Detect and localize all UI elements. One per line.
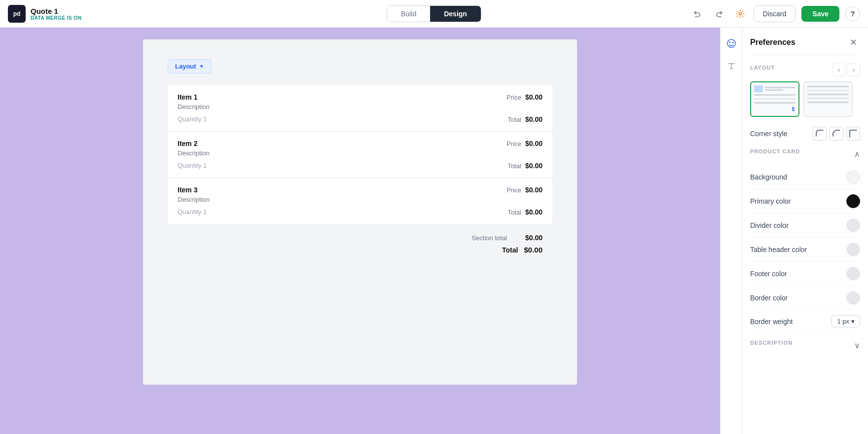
table-header-color-label: Table header color xyxy=(750,246,807,253)
chevron-down-icon: ▾ xyxy=(851,318,855,325)
doc-title: Quote 1 xyxy=(31,7,81,15)
close-panel-button[interactable]: ✕ xyxy=(846,36,860,49)
table-header-color-row: Table header color xyxy=(750,238,860,262)
border-weight-label: Border weight xyxy=(750,318,793,326)
product-card-section-header: PRODUCT CARD ∧ xyxy=(750,148,860,159)
doc-page: Layout ▼ Item 1 Price $0.00 Description xyxy=(143,39,577,385)
design-tab[interactable]: Design xyxy=(430,6,481,22)
footer-color-swatch[interactable] xyxy=(846,267,860,281)
palette-panel-icon[interactable] xyxy=(723,35,740,52)
canvas-area: Layout ▼ Item 1 Price $0.00 Description xyxy=(0,28,720,434)
view-tabs: Build Design xyxy=(387,5,481,22)
layout-nav: LAYOUT ‹ › xyxy=(750,64,860,76)
layout-thumb-1[interactable]: $ xyxy=(750,81,799,117)
price-label: Price xyxy=(506,186,521,194)
svg-point-0 xyxy=(739,12,741,15)
footer-color-label: Footer color xyxy=(750,270,787,278)
corner-style-label: Corner style xyxy=(750,130,787,138)
save-button[interactable]: Save xyxy=(801,6,839,22)
corner-style-options xyxy=(813,127,860,141)
help-button[interactable]: ? xyxy=(845,6,860,21)
settings-button[interactable] xyxy=(733,6,748,21)
logo-text: pd xyxy=(13,10,21,17)
svg-point-3 xyxy=(732,42,733,43)
table-row: Item 3 Price $0.00 Description Quantity … xyxy=(168,178,552,224)
gear-icon xyxy=(735,9,745,19)
footer-color-row: Footer color xyxy=(750,262,860,286)
border-color-row: Border color xyxy=(750,286,860,310)
corner-slight-button[interactable] xyxy=(830,127,843,141)
panel-content: Preferences ✕ LAYOUT ‹ › xyxy=(742,28,868,434)
redo-icon xyxy=(715,10,723,18)
thumb-lines xyxy=(765,87,796,91)
doc-info: Quote 1 DATA MERGE IS ON xyxy=(31,7,81,21)
topbar: pd Quote 1 DATA MERGE IS ON Build Design… xyxy=(0,0,868,28)
redo-button[interactable] xyxy=(711,6,727,22)
total-value: $0.00 xyxy=(525,115,542,123)
undo-button[interactable] xyxy=(689,6,705,22)
panel-header: Preferences ✕ xyxy=(750,36,860,56)
corner-rounded-button[interactable] xyxy=(813,127,827,141)
divider-color-row: Divider color xyxy=(750,214,860,238)
corner-round-icon xyxy=(815,129,824,138)
app-logo: pd xyxy=(8,5,26,23)
total-label: Total xyxy=(507,209,521,216)
item-description: Description xyxy=(178,149,542,157)
panel-icon-rail xyxy=(721,28,742,434)
thumb-image xyxy=(754,85,763,92)
table-row: Item 1 Price $0.00 Description Quantity … xyxy=(168,85,552,132)
total-value: $0.00 xyxy=(525,208,542,216)
background-color-swatch[interactable] xyxy=(846,170,860,184)
description-section-header: DESCRIPTION ∨ xyxy=(750,340,860,351)
description-toggle-button[interactable]: ∨ xyxy=(854,341,860,350)
layout-label: Layout xyxy=(175,63,196,70)
section-total-value: $0.00 xyxy=(513,234,542,242)
palette-icon xyxy=(726,38,736,48)
price-value: $0.00 xyxy=(525,140,542,147)
border-weight-row: Border weight 1 px ▾ xyxy=(750,310,860,332)
build-tab[interactable]: Build xyxy=(387,6,430,22)
total-value: $0.00 xyxy=(525,162,542,170)
item-quantity: Quantity 1 xyxy=(178,208,207,216)
layout-thumbnails: $ xyxy=(750,81,860,117)
divider-color-swatch[interactable] xyxy=(846,218,860,232)
layout-thumb-2[interactable] xyxy=(803,81,853,117)
price-label: Price xyxy=(506,140,521,147)
border-weight-select[interactable]: 1 px ▾ xyxy=(832,315,860,327)
background-color-row: Background xyxy=(750,165,860,189)
item-description: Description xyxy=(178,196,542,203)
preferences-panel: Preferences ✕ LAYOUT ‹ › xyxy=(720,28,868,434)
totals-area: Section total $0.00 Total $0.00 xyxy=(168,234,552,254)
layout-next-button[interactable]: › xyxy=(847,64,860,76)
panel-title: Preferences xyxy=(750,38,796,47)
layout-button[interactable]: Layout ▼ xyxy=(168,59,212,73)
border-weight-value: 1 px xyxy=(837,318,849,325)
topbar-right: Discard Save ? xyxy=(689,5,860,22)
item-quantity: Quantity 1 xyxy=(178,162,207,170)
logo-area: pd Quote 1 DATA MERGE IS ON xyxy=(8,5,126,23)
primary-color-row: Primary color xyxy=(750,189,860,214)
grand-total-value: $0.00 xyxy=(524,246,542,254)
chevron-down-icon: ▼ xyxy=(199,64,204,69)
total-label: Total xyxy=(507,116,521,123)
text-panel-icon[interactable] xyxy=(723,57,740,75)
product-card-toggle-button[interactable]: ∧ xyxy=(854,149,860,159)
border-color-label: Border color xyxy=(750,294,788,302)
item-name: Item 3 xyxy=(178,186,197,194)
layout-prev-button[interactable]: ‹ xyxy=(832,64,845,76)
product-card-section-label: PRODUCT CARD xyxy=(750,148,800,154)
price-label: Price xyxy=(506,94,521,101)
discard-button[interactable]: Discard xyxy=(754,5,796,22)
divider-color-label: Divider color xyxy=(750,221,789,229)
background-label: Background xyxy=(750,173,787,181)
table-row: Item 2 Price $0.00 Description Quantity … xyxy=(168,132,552,178)
text-icon xyxy=(726,61,736,71)
total-label: Total xyxy=(507,162,521,170)
corner-square-button[interactable] xyxy=(846,127,860,141)
border-color-swatch[interactable] xyxy=(846,291,860,305)
primary-color-label: Primary color xyxy=(750,197,791,205)
primary-color-swatch[interactable] xyxy=(846,194,860,208)
main-content: Layout ▼ Item 1 Price $0.00 Description xyxy=(0,28,868,434)
corner-square-icon xyxy=(849,129,858,138)
table-header-color-swatch[interactable] xyxy=(846,243,860,256)
